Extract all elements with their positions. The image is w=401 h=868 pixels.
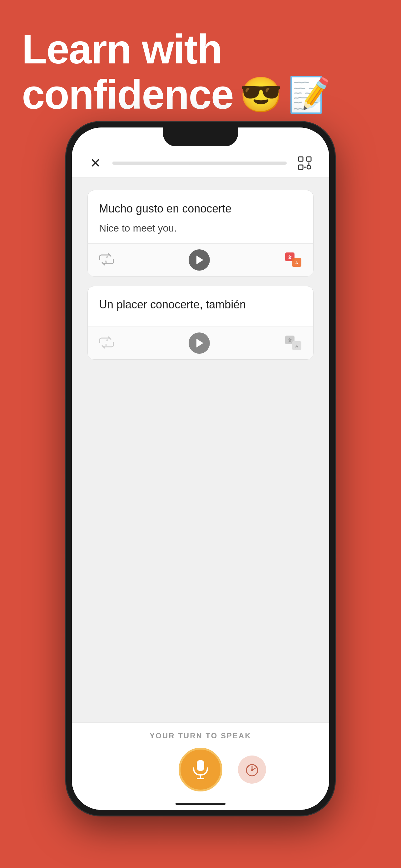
phrase-1-original: Mucho gusto en conocerte (99, 202, 302, 216)
svg-text:文: 文 (288, 255, 292, 260)
emoji-notebook: 📝 (288, 78, 330, 112)
repeat-button-1[interactable]: A B (97, 252, 116, 268)
translate-button-1[interactable]: 文 A (282, 249, 304, 271)
emoji-cool: 😎 (239, 78, 282, 112)
card-2-actions: A B 文 (88, 327, 313, 359)
svg-text:文: 文 (288, 338, 292, 343)
card-1-actions: A B 文 (88, 243, 313, 276)
phrase-card-1-content: Mucho gusto en conocerte Nice to meet yo… (88, 190, 313, 243)
play-icon-1 (196, 256, 203, 264)
svg-text:A: A (106, 338, 108, 342)
hero-section: Learn with confidence 😎 📝 (22, 27, 379, 117)
close-icon: ✕ (90, 157, 101, 170)
content-area: Mucho gusto en conocerte Nice to meet yo… (72, 178, 329, 722)
svg-text:B: B (105, 343, 107, 347)
repeat-icon-2: A B (97, 336, 116, 349)
speed-button[interactable] (238, 755, 266, 784)
progress-fill (112, 161, 191, 165)
svg-text:A: A (295, 260, 298, 265)
svg-text:B: B (105, 260, 107, 264)
phone-mockup: ✕ (66, 122, 335, 815)
phrase-1-translation: Nice to meet you. (99, 222, 302, 235)
svg-rect-0 (299, 157, 303, 161)
translate-icon-2: 文 A (282, 333, 304, 354)
translate-icon-1: 文 A (282, 249, 304, 271)
phone-inner: ✕ (72, 127, 329, 810)
hero-confidence: confidence (22, 72, 233, 117)
speed-icon (244, 762, 260, 778)
scan-icon (297, 156, 312, 170)
play-button-2[interactable] (189, 333, 210, 354)
bottom-bar: YOUR TURN TO SPEAK (72, 722, 329, 810)
phrase-card-2-content: Un placer conocerte, también (88, 286, 313, 327)
home-indicator (175, 803, 226, 805)
svg-rect-19 (197, 760, 204, 771)
progress-bar (112, 161, 287, 165)
svg-rect-1 (307, 157, 311, 161)
svg-point-23 (251, 769, 253, 771)
phone-screen: ✕ (72, 127, 329, 810)
mic-area (135, 748, 266, 792)
microphone-button[interactable] (179, 748, 222, 792)
top-bar: ✕ (72, 149, 329, 178)
phone-notch (163, 127, 238, 146)
hero-line2: confidence 😎 📝 (22, 72, 379, 117)
phrase-card-2: Un placer conocerte, también A (88, 286, 313, 360)
svg-rect-2 (299, 165, 303, 169)
hero-line1: Learn with (22, 27, 379, 72)
svg-text:A: A (295, 344, 298, 348)
your-turn-label: YOUR TURN TO SPEAK (149, 732, 252, 740)
play-icon-2 (196, 339, 203, 347)
play-button-1[interactable] (189, 249, 210, 271)
phrase-2-original: Un placer conocerte, también (99, 298, 302, 312)
phrase-card-1: Mucho gusto en conocerte Nice to meet yo… (88, 190, 313, 277)
translate-button-2[interactable]: 文 A (282, 333, 304, 354)
repeat-button-2[interactable]: A B (97, 336, 116, 350)
repeat-icon-1: A B (97, 252, 116, 266)
phone-frame: ✕ (66, 122, 335, 815)
microphone-icon (192, 758, 209, 780)
close-button[interactable]: ✕ (88, 155, 103, 171)
scan-button[interactable] (296, 154, 313, 172)
svg-text:A: A (106, 255, 108, 259)
